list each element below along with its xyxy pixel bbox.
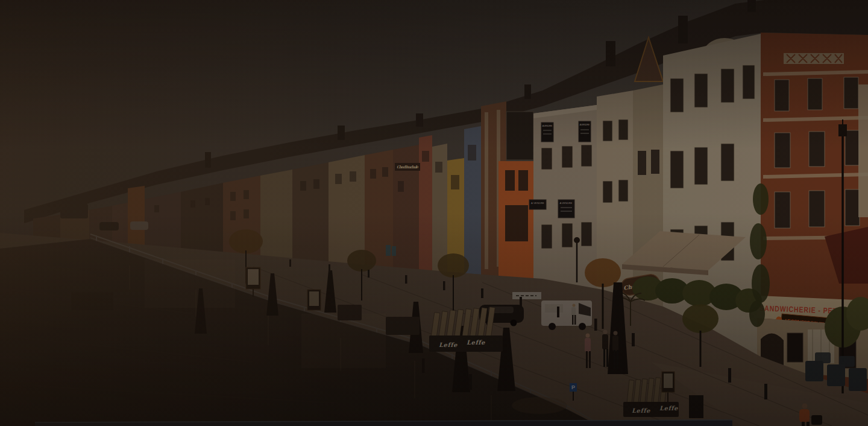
- hero-photo-quayside: A VENDRE A VENDRE A VENDRE A VENDRE: [0, 0, 868, 426]
- overlay-global-dim: [0, 0, 868, 426]
- quayside-scene: A VENDRE A VENDRE A VENDRE A VENDRE: [0, 0, 868, 426]
